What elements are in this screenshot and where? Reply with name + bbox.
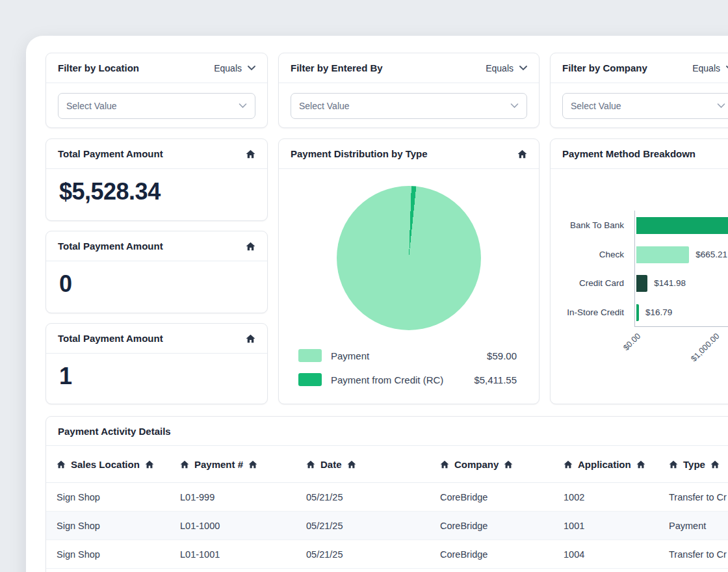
chevron-down-icon (239, 103, 247, 109)
home-icon (564, 460, 573, 469)
column-header-label: Date (320, 459, 342, 470)
kpi-card-total-payment-amount-1: Total Payment Amount $5,528.34 (46, 138, 268, 221)
pie-chart (337, 186, 481, 330)
column-header-company[interactable]: Company (430, 459, 553, 470)
chevron-down-icon (510, 103, 519, 109)
bar-category-label: Credit Card (551, 278, 624, 288)
filter-operator-label: Equals (214, 63, 242, 73)
bar-category-label: In-Store Credit (551, 307, 624, 317)
filter-title: Filter by Location (58, 62, 139, 73)
pie-legend: Payment $59.00 Payment from Credit (RC) … (298, 347, 517, 395)
select-placeholder: Select Value (66, 101, 117, 111)
legend-value: $59.00 (487, 350, 517, 361)
bar-card-header: Payment Method Breakdown (551, 139, 728, 169)
column-header-type[interactable]: Type (658, 459, 728, 470)
x-axis-tick-label: $0.00 (621, 332, 642, 352)
bar-chart-card: Payment Method Breakdown Bank To BankChe… (550, 138, 728, 404)
home-icon (180, 460, 189, 469)
filter-card-entered-by: Filter by Entered By Equals Select Value (278, 53, 540, 128)
bar-value-label: $16.79 (645, 307, 672, 317)
filter-title: Filter by Entered By (291, 62, 383, 73)
y-axis-line (634, 211, 635, 326)
pie-card-header: Payment Distribution by Type (279, 139, 539, 169)
column-header-sales-location[interactable]: Sales Location (46, 459, 170, 470)
table-header-row: Sales LocationPayment #DateCompanyApplic… (46, 446, 728, 483)
table-cell: 1002 (553, 492, 658, 502)
column-header-application[interactable]: Application (553, 459, 658, 470)
table-row: Sign ShopL01-99905/21/25CoreBridge1002Tr… (46, 483, 728, 512)
table-row: Sign ShopL01-100105/21/25CoreBridge1004T… (46, 540, 728, 569)
home-icon[interactable] (246, 334, 255, 343)
select-placeholder: Select Value (299, 101, 350, 111)
table-cell: L01-1000 (170, 521, 296, 531)
table-cell: 1001 (553, 521, 658, 531)
legend-item: Payment from Credit (RC) $5,411.55 (298, 371, 517, 388)
kpi-title: Total Payment Amount (58, 240, 163, 252)
table-cell: Transfer to Cr (658, 549, 728, 560)
bar-category-label: Check (551, 250, 624, 259)
filter-value-select[interactable]: Select Value (58, 93, 255, 119)
filter-card-header: Filter by Entered By Equals (279, 53, 539, 83)
table-body: Sign ShopL01-99905/21/25CoreBridge1002Tr… (46, 483, 728, 569)
x-axis-line (634, 326, 728, 327)
bar-bank-to-bank (636, 217, 728, 234)
kpi-title: Total Payment Amount (58, 148, 163, 159)
filter-operator-label: Equals (486, 63, 514, 73)
column-header-payment-[interactable]: Payment # (170, 459, 296, 470)
filter-card-header: Filter by Location Equals (46, 53, 267, 83)
home-icon (306, 460, 315, 469)
filter-operator-dropdown[interactable]: Equals (214, 63, 255, 73)
payment-activity-table-card: Payment Activity Details Sales LocationP… (46, 416, 728, 572)
pie-chart-card: Payment Distribution by Type Payment $59… (278, 138, 540, 404)
table-cell: CoreBridge (430, 521, 553, 531)
table-cell: 05/21/25 (296, 521, 430, 531)
column-header-label: Application (578, 459, 631, 470)
legend-swatch (298, 349, 322, 362)
filter-value-select[interactable]: Select Value (291, 93, 527, 119)
filter-operator-dropdown[interactable]: Equals (692, 63, 728, 73)
table-cell: Transfer to Cr (658, 492, 728, 502)
kpi-value: $5,528.34 (46, 169, 267, 214)
filter-operator-dropdown[interactable]: Equals (486, 63, 527, 73)
table-cell: Sign Shop (46, 549, 170, 560)
kpi-card-total-payment-amount-3: Total Payment Amount 1 (46, 323, 268, 404)
home-icon (57, 460, 66, 469)
column-header-label: Payment # (194, 459, 243, 470)
home-icon (636, 460, 645, 469)
home-icon (440, 460, 449, 469)
table-cell: L01-999 (170, 492, 296, 502)
bar-credit-card (636, 275, 647, 292)
home-icon[interactable] (246, 150, 255, 159)
table-cell: 1004 (553, 549, 658, 560)
filter-card-header: Filter by Company Equals (551, 53, 728, 83)
home-icon (504, 460, 513, 469)
filter-card-location: Filter by Location Equals Select Value (46, 53, 268, 128)
bar-value-label: $141.98 (654, 278, 686, 288)
legend-label: Payment (331, 350, 369, 361)
bar-value-label: $665.21 (696, 250, 727, 259)
home-icon[interactable] (246, 242, 255, 251)
table-cell: Sign Shop (46, 492, 170, 502)
table-row: Sign ShopL01-100005/21/25CoreBridge1001P… (46, 512, 728, 540)
column-header-date[interactable]: Date (296, 459, 430, 470)
filter-value-select[interactable]: Select Value (562, 93, 728, 119)
bar-category-label: Bank To Bank (551, 220, 624, 230)
column-header-label: Company (454, 459, 499, 470)
legend-value: $5,411.55 (474, 374, 517, 385)
home-icon[interactable] (517, 150, 527, 159)
table-cell: L01-1001 (170, 549, 296, 560)
x-axis-tick-label: $1,000.00 (690, 332, 722, 363)
home-icon (145, 460, 154, 469)
column-header-label: Type (683, 459, 705, 470)
filter-card-company: Filter by Company Equals Select Value (550, 53, 728, 128)
kpi-value: 0 (46, 261, 267, 307)
kpi-value: 1 (46, 354, 267, 399)
bar-check (636, 246, 689, 263)
chevron-down-icon (248, 66, 255, 71)
kpi-card-total-payment-amount-2: Total Payment Amount 0 (46, 231, 268, 313)
bar-chart-plot: Bank To BankCheck$665.21Credit Card$141.… (551, 169, 728, 403)
select-placeholder: Select Value (571, 101, 621, 111)
legend-label: Payment from Credit (RC) (331, 374, 443, 385)
pie-chart-body: Payment $59.00 Payment from Credit (RC) … (279, 169, 539, 403)
bar-chart-title: Payment Method Breakdown (562, 148, 696, 159)
